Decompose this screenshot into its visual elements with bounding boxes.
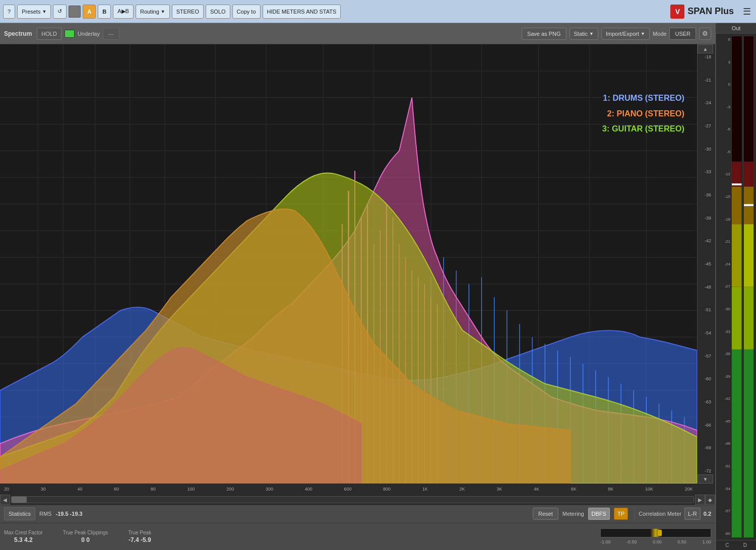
scrollbar-thumb[interactable] — [12, 497, 27, 503]
rms-values: -19.5 -19.3 — [55, 511, 82, 517]
scrollbar-track[interactable] — [11, 496, 694, 503]
y-axis-labels: -18 -21 -24 -27 -30 -33 -36 -39 -42 -45 … — [703, 53, 713, 474]
out-label: Out — [716, 23, 756, 34]
meter-area: 6 3 0 -3 -6 -9 -12 -15 -18 -21 -24 -27 -… — [716, 34, 756, 540]
d-label: D — [743, 542, 747, 548]
scrollbar-row: ◀ ▶ ◆ — [0, 495, 715, 505]
correlation-value: 0.2 — [704, 511, 711, 517]
a-button[interactable]: A — [83, 5, 96, 19]
routing-dropdown-arrow: ▼ — [161, 9, 165, 14]
true-peak-item: True Peak -7.4 -5.9 — [128, 530, 151, 543]
svg-rect-79 — [744, 36, 754, 162]
spectrum-toolbar: Spectrum HOLD Underlay --- Save as PNG S… — [0, 23, 715, 44]
svg-rect-85 — [744, 204, 754, 206]
stats-top-row: Statistics RMS -19.5 -19.3 Reset Meterin… — [0, 505, 715, 523]
x-axis-right-spacer — [697, 484, 715, 495]
app-title: V SPAN Plus — [670, 5, 734, 19]
scroll-left-button[interactable]: ◀ — [0, 495, 10, 505]
svg-text:1: DRUMS (STEREO): 1: DRUMS (STEREO) — [603, 93, 684, 103]
true-peak-clip-item: True Peak Clippings 0 0 — [63, 530, 108, 543]
dbfs-button[interactable]: DBFS — [588, 508, 610, 520]
hide-meters-button[interactable]: HIDE METERS AND STATS — [263, 5, 341, 19]
max-crest-item: Max Crest Factor 5.3 4.2 — [4, 530, 43, 543]
routing-button[interactable]: Routing ▼ — [136, 5, 170, 19]
svg-rect-76 — [732, 287, 742, 350]
main-area: Spectrum HOLD Underlay --- Save as PNG S… — [0, 23, 756, 550]
active-indicator — [65, 30, 75, 38]
diamond-button[interactable]: ◆ — [705, 495, 715, 505]
copy-to-button[interactable]: Copy to — [232, 5, 261, 19]
c-label: C — [725, 542, 729, 548]
right-meter-svg — [744, 36, 754, 537]
svg-rect-74 — [732, 187, 742, 225]
svg-rect-73 — [732, 162, 742, 187]
spectrum-display-area: 1: DRUMS (STEREO) 2: PIANO (STEREO) 3: G… — [0, 44, 715, 484]
b-button[interactable]: B — [98, 5, 111, 19]
solo-button[interactable]: SOLO — [206, 5, 230, 19]
x-axis-row: 20 30 40 60 80 100 200 300 400 600 800 1… — [0, 484, 715, 495]
presets-button[interactable]: Presets ▼ — [17, 5, 51, 19]
gear-button[interactable]: ⚙ — [699, 28, 711, 40]
mode-label: Mode — [653, 31, 667, 37]
svg-text:3: GUITAR (STEREO): 3: GUITAR (STEREO) — [602, 124, 684, 133]
tp-button[interactable]: TP — [614, 508, 628, 520]
left-meter-svg — [732, 36, 742, 537]
true-peak-clip-values: 0 0 — [81, 536, 90, 543]
scroll-right-button[interactable]: ▶ — [695, 495, 705, 505]
save-png-button[interactable]: Save as PNG — [522, 28, 566, 40]
correlation-section: Correlation Meter L-R 0.2 — [634, 508, 711, 520]
y-scroll-down[interactable]: ▼ — [698, 474, 713, 484]
reset-button[interactable]: Reset — [533, 508, 558, 520]
reset-button[interactable]: ↺ — [53, 5, 67, 19]
statistics-bar: Statistics RMS -19.5 -19.3 Reset Meterin… — [0, 505, 715, 550]
svg-rect-78 — [732, 183, 742, 185]
statistics-label: Statistics — [4, 507, 35, 520]
svg-text:2: PIANO (STEREO): 2: PIANO (STEREO) — [607, 108, 684, 118]
max-crest-values: 5.3 4.2 — [14, 536, 33, 543]
spectrum-canvas[interactable]: 1: DRUMS (STEREO) 2: PIANO (STEREO) 3: G… — [0, 44, 697, 484]
import-export-dropdown-arrow: ▼ — [641, 31, 645, 36]
y-scroll-up[interactable]: ▲ — [698, 44, 713, 53]
import-export-button[interactable]: Import/Export ▼ — [601, 28, 650, 40]
svg-rect-72 — [732, 36, 742, 162]
color-swatch — [69, 6, 81, 18]
mode-value[interactable]: USER — [669, 28, 696, 40]
spectrum-label: Spectrum — [4, 30, 32, 37]
spectrum-svg: 1: DRUMS (STEREO) 2: PIANO (STEREO) 3: G… — [0, 44, 697, 484]
meter-bars — [731, 36, 754, 538]
spectrum-panel: Spectrum HOLD Underlay --- Save as PNG S… — [0, 23, 716, 550]
svg-rect-77 — [732, 350, 742, 537]
svg-rect-82 — [744, 224, 754, 287]
left-meter — [731, 36, 742, 538]
true-peak-clip-label: True Peak Clippings — [63, 530, 108, 535]
rms-label: RMS — [39, 511, 51, 517]
svg-rect-83 — [744, 287, 754, 350]
meter-scale: 6 3 0 -3 -6 -9 -12 -15 -18 -21 -24 -27 -… — [718, 36, 730, 538]
metering-label: Metering — [562, 511, 584, 517]
stereo-button[interactable]: STEREO — [172, 5, 204, 19]
menu-button[interactable]: ☰ — [741, 4, 753, 19]
right-meter — [743, 36, 754, 538]
stats-bottom-row: Max Crest Factor 5.3 4.2 True Peak Clipp… — [0, 523, 715, 550]
lr-badge: L-R — [684, 508, 701, 520]
help-button[interactable]: ? — [3, 5, 15, 19]
x-axis-labels: 20 30 40 60 80 100 200 300 400 600 800 1… — [0, 484, 697, 495]
max-crest-label: Max Crest Factor — [4, 530, 43, 535]
correlation-meter-label: Correlation Meter — [639, 511, 681, 517]
hold-button[interactable]: HOLD — [37, 28, 61, 40]
meter-bottom-labels: C D — [716, 540, 756, 550]
ab-button[interactable]: A▶B — [113, 5, 134, 19]
right-panel: Out 6 3 0 -3 -6 -9 -12 -15 -18 -21 -24 -… — [716, 23, 756, 550]
correlation-meter-labels: -1.00 -0.50 0.00 0.50 1.00 — [600, 539, 711, 544]
svg-rect-75 — [732, 224, 742, 287]
true-peak-values: -7.4 -5.9 — [129, 536, 151, 543]
underlay-value[interactable]: --- — [103, 28, 119, 40]
app-logo: V — [670, 5, 684, 19]
true-peak-label: True Peak — [128, 530, 151, 535]
y-axis: ▲ -18 -21 -24 -27 -30 -33 -36 -39 -42 -4… — [697, 44, 715, 484]
static-dropdown-arrow: ▼ — [589, 31, 594, 36]
static-button[interactable]: Static ▼ — [570, 28, 598, 40]
main-toolbar: ? Presets ▼ ↺ A B A▶B Routing ▼ STEREO S… — [0, 0, 756, 23]
correlation-meter-bar — [600, 528, 711, 537]
correlation-indicator — [658, 530, 662, 536]
